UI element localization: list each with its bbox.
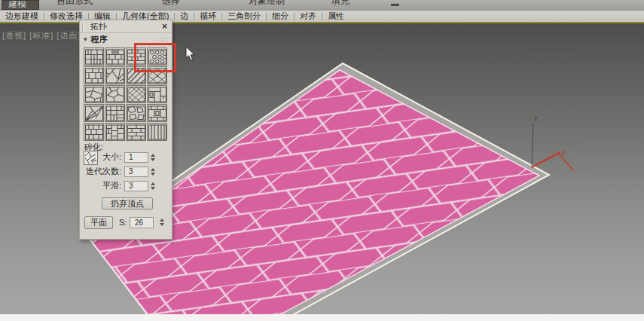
iterations-label: 迭代次数:	[80, 166, 121, 177]
smooth-label: 平滑:	[80, 180, 121, 191]
iterations-input[interactable]: 3	[124, 167, 148, 177]
axis-gizmo: z x	[532, 115, 574, 171]
topology-pattern-vertical-strips[interactable]	[147, 123, 167, 141]
size-input[interactable]: 1	[124, 152, 148, 163]
toolbar-tab-7[interactable]: 三角剖分	[222, 11, 266, 22]
toolbar-tab-1[interactable]: 边形建模	[0, 11, 44, 22]
s-label: S:	[119, 218, 127, 227]
toolbar-tab-5[interactable]: 边	[175, 11, 194, 22]
topology-pattern-brick-stack[interactable]	[126, 123, 146, 141]
iterations-row: 迭代次数: 3	[80, 165, 173, 178]
toolbar-tab-8[interactable]: 细分	[267, 11, 294, 22]
section-grip-icon	[160, 38, 167, 42]
topology-pattern-diamond-lattice[interactable]	[147, 66, 167, 84]
topology-pattern-grid-blocks[interactable]	[84, 47, 104, 66]
plane-button[interactable]: 平面	[84, 216, 113, 229]
topology-pattern-hatch-diagonal[interactable]	[126, 66, 146, 84]
chevron-down-icon[interactable]: ▾	[84, 35, 87, 43]
section-header[interactable]: ▾ 程序	[80, 33, 172, 45]
toolbar-tab-6[interactable]: 循环	[194, 11, 221, 22]
ribbon-minimize-icon[interactable]	[391, 4, 399, 6]
ribbon-tab-label: 建模	[8, 0, 26, 9]
ribbon-strip: 建模 自由形式选择对象绘制填充	[0, 0, 644, 11]
smooth-spinner[interactable]	[151, 182, 155, 190]
toolbar-tab-10[interactable]: 属性	[322, 11, 349, 22]
close-icon[interactable]: ×	[162, 21, 167, 32]
bottom-strip	[0, 314, 644, 321]
smooth-input[interactable]: 3	[124, 181, 148, 191]
size-spinner[interactable]	[151, 154, 155, 161]
discard-vertices-button[interactable]: 扔弃顶点	[102, 197, 153, 209]
toolbar-tab-9[interactable]: 对齐	[295, 11, 322, 22]
s-input[interactable]: 26	[130, 217, 154, 228]
ribbon-tab-partial[interactable]: 对象绘制	[249, 0, 285, 8]
iterations-spinner[interactable]	[151, 168, 155, 176]
topology-pattern-voronoi-cells[interactable]	[105, 85, 125, 103]
topology-pattern-tiles-inset[interactable]	[147, 85, 167, 103]
pattern-grid	[84, 47, 169, 141]
topology-pattern-stone-cells[interactable]	[126, 104, 146, 122]
topology-pattern-tiles-offset[interactable]	[84, 66, 104, 84]
panel-grip-icon[interactable]	[82, 23, 84, 31]
topology-pattern-mosaic-blocks[interactable]	[84, 85, 104, 103]
topology-pattern-grid-offset[interactable]	[105, 123, 125, 141]
topology-pattern-column-split[interactable]	[84, 123, 104, 141]
topology-pattern-triangle-split[interactable]	[84, 104, 104, 122]
section-title: 程序	[91, 34, 108, 45]
topology-pattern-mosaic-diagonal[interactable]	[105, 66, 125, 84]
ribbon-tab-partial[interactable]: 填充	[331, 0, 349, 8]
topology-pattern-honeycomb-dots[interactable]	[147, 47, 167, 66]
fracture-pattern-icon[interactable]	[84, 151, 98, 165]
topology-pattern-grid-irregular[interactable]	[105, 104, 125, 122]
panel-titlebar[interactable]: 拓扑 ×	[80, 20, 172, 33]
topology-pattern-panel-blocks[interactable]	[147, 104, 167, 122]
smooth-row: 平滑: 3	[80, 179, 173, 192]
ribbon-tab-active[interactable]: 建模	[2, 0, 39, 10]
viewport-shading-label[interactable]: [透视] [标准] [边面]	[2, 30, 81, 41]
application-window: 建模 自由形式选择对象绘制填充 边形建模修改选择编辑几何体(全部)边循环三角剖分…	[0, 0, 644, 321]
s-spinner[interactable]	[160, 219, 164, 226]
ribbon-tab-partial[interactable]: 选择	[162, 0, 180, 8]
z-axis-label: z	[534, 115, 538, 122]
topology-pattern-bricks-merged[interactable]	[105, 47, 125, 66]
panel-title: 拓扑	[90, 21, 107, 32]
topology-pattern-checker-diamond[interactable]	[126, 85, 146, 103]
topology-pattern-bricks[interactable]	[126, 47, 146, 66]
x-axis-label: x	[562, 148, 566, 156]
ribbon-tab-partial[interactable]: 自由形式	[56, 0, 93, 8]
topology-panel: 拓扑 × ▾ 程序 碎化: 大小: 1 迭代次数: 3	[79, 20, 172, 240]
